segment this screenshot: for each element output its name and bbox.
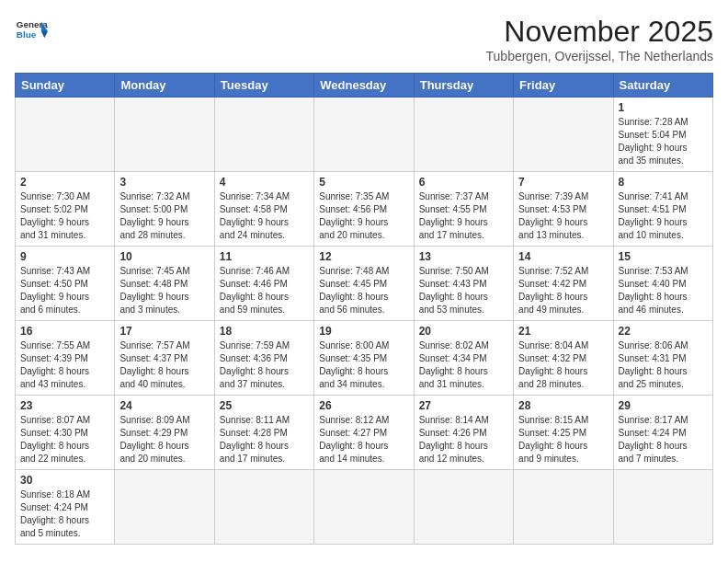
calendar-day-cell: 19Sunrise: 8:00 AM Sunset: 4:35 PM Dayli… [314, 321, 414, 396]
weekday-header: Saturday [613, 74, 712, 98]
calendar-week-row: 9Sunrise: 7:43 AM Sunset: 4:50 PM Daylig… [16, 247, 713, 321]
day-info: Sunrise: 7:59 AM Sunset: 4:36 PM Dayligh… [220, 339, 309, 391]
day-info: Sunrise: 8:15 AM Sunset: 4:25 PM Dayligh… [518, 414, 608, 465]
day-number: 17 [119, 325, 209, 338]
calendar-day-cell: 10Sunrise: 7:45 AM Sunset: 4:48 PM Dayli… [115, 247, 214, 321]
weekday-header: Thursday [414, 74, 513, 98]
day-number: 25 [220, 399, 309, 412]
calendar-day-cell: 17Sunrise: 7:57 AM Sunset: 4:37 PM Dayli… [115, 321, 214, 396]
calendar-day-cell [115, 470, 214, 545]
day-info: Sunrise: 8:04 AM Sunset: 4:32 PM Dayligh… [518, 339, 608, 391]
calendar-day-cell: 23Sunrise: 8:07 AM Sunset: 4:30 PM Dayli… [16, 396, 115, 470]
day-info: Sunrise: 8:17 AM Sunset: 4:24 PM Dayligh… [619, 414, 708, 465]
calendar-day-cell: 4Sunrise: 7:34 AM Sunset: 4:58 PM Daylig… [214, 172, 313, 247]
calendar-week-row: 2Sunrise: 7:30 AM Sunset: 5:02 PM Daylig… [16, 172, 713, 247]
day-number: 5 [319, 176, 408, 189]
calendar-day-cell: 22Sunrise: 8:06 AM Sunset: 4:31 PM Dayli… [613, 321, 712, 396]
calendar-day-cell: 1Sunrise: 7:28 AM Sunset: 5:04 PM Daylig… [613, 98, 712, 172]
calendar-day-cell [214, 98, 313, 172]
day-number: 12 [319, 250, 408, 263]
calendar-day-cell: 7Sunrise: 7:39 AM Sunset: 4:53 PM Daylig… [514, 172, 613, 247]
calendar-day-cell: 3Sunrise: 7:32 AM Sunset: 5:00 PM Daylig… [115, 172, 214, 247]
day-info: Sunrise: 7:48 AM Sunset: 4:45 PM Dayligh… [319, 265, 408, 316]
day-info: Sunrise: 7:32 AM Sunset: 5:00 PM Dayligh… [119, 190, 209, 242]
calendar-week-row: 16Sunrise: 7:55 AM Sunset: 4:39 PM Dayli… [16, 321, 713, 396]
calendar-day-cell: 6Sunrise: 7:37 AM Sunset: 4:55 PM Daylig… [414, 172, 513, 247]
calendar-week-row: 30Sunrise: 8:18 AM Sunset: 4:24 PM Dayli… [16, 470, 713, 545]
day-number: 11 [220, 250, 309, 263]
calendar-day-cell [514, 470, 613, 545]
day-info: Sunrise: 7:41 AM Sunset: 4:51 PM Dayligh… [619, 190, 708, 242]
title-block: November 2025 Tubbergen, Overijssel, The… [486, 15, 713, 63]
day-number: 13 [419, 250, 508, 263]
day-number: 2 [20, 176, 109, 189]
day-info: Sunrise: 7:30 AM Sunset: 5:02 PM Dayligh… [20, 190, 109, 242]
calendar-day-cell [214, 470, 313, 545]
day-info: Sunrise: 7:37 AM Sunset: 4:55 PM Dayligh… [419, 190, 508, 242]
day-number: 24 [119, 399, 209, 412]
day-number: 29 [619, 399, 708, 412]
calendar-day-cell: 24Sunrise: 8:09 AM Sunset: 4:29 PM Dayli… [115, 396, 214, 470]
calendar-day-cell: 28Sunrise: 8:15 AM Sunset: 4:25 PM Dayli… [514, 396, 613, 470]
month-year-title: November 2025 [486, 15, 713, 49]
day-info: Sunrise: 8:11 AM Sunset: 4:28 PM Dayligh… [220, 414, 309, 465]
calendar-day-cell: 25Sunrise: 8:11 AM Sunset: 4:28 PM Dayli… [214, 396, 313, 470]
weekday-header: Sunday [16, 74, 115, 98]
calendar-week-row: 23Sunrise: 8:07 AM Sunset: 4:30 PM Dayli… [16, 396, 713, 470]
calendar-day-cell: 29Sunrise: 8:17 AM Sunset: 4:24 PM Dayli… [613, 396, 712, 470]
day-info: Sunrise: 8:00 AM Sunset: 4:35 PM Dayligh… [319, 339, 408, 391]
day-number: 18 [220, 325, 309, 338]
day-info: Sunrise: 8:07 AM Sunset: 4:30 PM Dayligh… [20, 414, 109, 465]
calendar-day-cell [414, 98, 513, 172]
day-number: 23 [20, 399, 109, 412]
day-info: Sunrise: 7:43 AM Sunset: 4:50 PM Dayligh… [20, 265, 109, 316]
day-number: 7 [518, 176, 608, 189]
calendar-week-row: 1Sunrise: 7:28 AM Sunset: 5:04 PM Daylig… [16, 98, 713, 172]
day-number: 26 [319, 399, 408, 412]
calendar-day-cell: 9Sunrise: 7:43 AM Sunset: 4:50 PM Daylig… [16, 247, 115, 321]
day-info: Sunrise: 7:28 AM Sunset: 5:04 PM Dayligh… [619, 116, 708, 167]
weekday-header-row: SundayMondayTuesdayWednesdayThursdayFrid… [16, 74, 713, 98]
calendar-day-cell: 11Sunrise: 7:46 AM Sunset: 4:46 PM Dayli… [214, 247, 313, 321]
day-number: 22 [619, 325, 708, 338]
day-info: Sunrise: 7:53 AM Sunset: 4:40 PM Dayligh… [619, 265, 708, 316]
day-number: 4 [220, 176, 309, 189]
day-number: 28 [518, 399, 608, 412]
calendar-day-cell [314, 98, 414, 172]
day-number: 19 [319, 325, 408, 338]
location-subtitle: Tubbergen, Overijssel, The Netherlands [486, 49, 713, 63]
day-number: 6 [419, 176, 508, 189]
page-header: General Blue November 2025 Tubbergen, Ov… [15, 15, 713, 63]
day-number: 8 [619, 176, 708, 189]
day-number: 27 [419, 399, 508, 412]
day-info: Sunrise: 7:52 AM Sunset: 4:42 PM Dayligh… [518, 265, 608, 316]
calendar-day-cell: 26Sunrise: 8:12 AM Sunset: 4:27 PM Dayli… [314, 396, 414, 470]
day-number: 10 [119, 250, 209, 263]
day-info: Sunrise: 8:02 AM Sunset: 4:34 PM Dayligh… [419, 339, 508, 391]
day-info: Sunrise: 7:45 AM Sunset: 4:48 PM Dayligh… [119, 265, 209, 316]
calendar-day-cell [613, 470, 712, 545]
day-number: 3 [119, 176, 209, 189]
day-info: Sunrise: 7:55 AM Sunset: 4:39 PM Dayligh… [20, 339, 109, 391]
weekday-header: Tuesday [214, 74, 313, 98]
svg-marker-3 [41, 31, 48, 38]
day-number: 20 [419, 325, 508, 338]
calendar-day-cell [16, 98, 115, 172]
weekday-header: Friday [514, 74, 613, 98]
calendar-day-cell: 15Sunrise: 7:53 AM Sunset: 4:40 PM Dayli… [613, 247, 712, 321]
day-info: Sunrise: 7:34 AM Sunset: 4:58 PM Dayligh… [220, 190, 309, 242]
day-info: Sunrise: 8:09 AM Sunset: 4:29 PM Dayligh… [119, 414, 209, 465]
day-number: 21 [518, 325, 608, 338]
day-info: Sunrise: 7:50 AM Sunset: 4:43 PM Dayligh… [419, 265, 508, 316]
calendar-day-cell: 5Sunrise: 7:35 AM Sunset: 4:56 PM Daylig… [314, 172, 414, 247]
calendar-day-cell: 12Sunrise: 7:48 AM Sunset: 4:45 PM Dayli… [314, 247, 414, 321]
calendar-day-cell [414, 470, 513, 545]
calendar-day-cell [514, 98, 613, 172]
day-info: Sunrise: 7:46 AM Sunset: 4:46 PM Dayligh… [220, 265, 309, 316]
calendar-day-cell: 16Sunrise: 7:55 AM Sunset: 4:39 PM Dayli… [16, 321, 115, 396]
day-info: Sunrise: 7:39 AM Sunset: 4:53 PM Dayligh… [518, 190, 608, 242]
calendar-day-cell: 20Sunrise: 8:02 AM Sunset: 4:34 PM Dayli… [414, 321, 513, 396]
calendar-day-cell: 27Sunrise: 8:14 AM Sunset: 4:26 PM Dayli… [414, 396, 513, 470]
day-number: 16 [20, 325, 109, 338]
calendar-table: SundayMondayTuesdayWednesdayThursdayFrid… [15, 73, 713, 545]
